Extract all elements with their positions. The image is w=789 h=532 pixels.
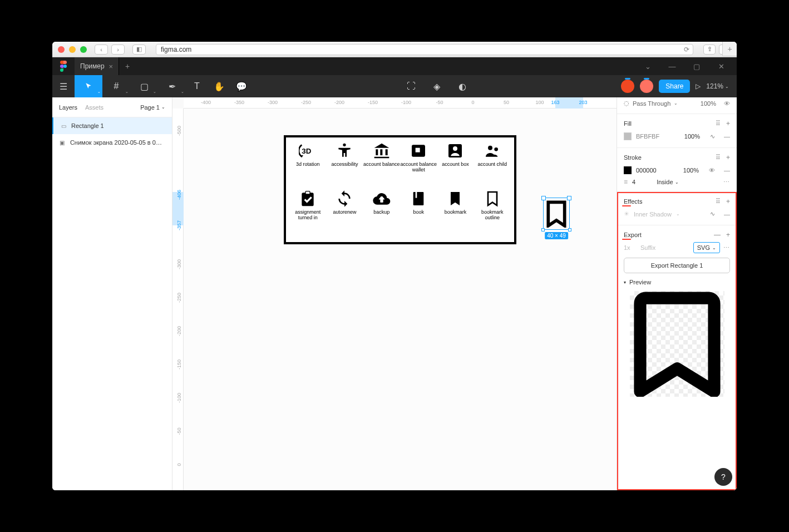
zoom-dropdown[interactable]: 121%⌄ <box>706 82 729 90</box>
close-window-dot[interactable] <box>58 46 65 53</box>
help-button[interactable]: ? <box>714 468 732 486</box>
style-icon[interactable]: ⠿ <box>716 154 721 161</box>
export-title: Export <box>624 231 642 238</box>
style-icon[interactable]: ⠿ <box>716 198 721 205</box>
svg-point-7 <box>488 146 492 150</box>
share-icon[interactable]: ⇪ <box>703 45 716 55</box>
close-tab-icon[interactable]: × <box>109 62 114 71</box>
collapse-export-icon[interactable]: — <box>714 231 721 239</box>
tab-title: Пример <box>80 62 105 70</box>
icon-cell: bookmark <box>437 190 474 238</box>
component-icon[interactable]: ◈ <box>426 75 448 97</box>
pages-dropdown[interactable]: Page 1⌄ <box>140 104 165 111</box>
layers-tab[interactable]: Layers <box>59 104 77 111</box>
share-button[interactable]: Share <box>659 80 690 93</box>
icon-cell: autorenew <box>326 190 363 238</box>
menu-button[interactable]: ☰ <box>52 75 75 97</box>
add-effect-icon[interactable]: + <box>726 198 730 205</box>
shape-tool[interactable]: ▢⌄ <box>130 75 158 97</box>
preview-toggle[interactable]: ▾ Preview <box>624 279 730 285</box>
left-panel: Layers Assets Page 1⌄ ▭ Rectangle 1 ▣ Сн… <box>52 97 172 490</box>
effect-visibility-icon[interactable]: ∿ <box>710 210 715 218</box>
move-tool[interactable]: ⌄ <box>75 75 102 97</box>
effect-settings-icon[interactable]: ☀ <box>624 210 629 218</box>
avatar-user-2[interactable] <box>640 80 653 93</box>
stroke-position[interactable]: Inside⌄ <box>657 179 678 185</box>
fill-opacity[interactable]: 100% <box>684 133 700 140</box>
layer-blend-section: ◌ Pass Through ⌄ 100% 👁 <box>617 97 737 114</box>
icon-cell: account child <box>474 142 511 190</box>
export-suffix[interactable]: Suffix <box>640 244 690 251</box>
fill-hex[interactable]: BFBFBF <box>636 133 659 140</box>
figma-window-controls: ⌄ — ▢ ✕ <box>640 57 737 75</box>
canvas-area: -400 -350 -300 -250 -200 -150 -100 -50 0… <box>172 97 617 490</box>
forward-button[interactable]: › <box>111 45 125 55</box>
close-icon[interactable]: ✕ <box>713 62 729 71</box>
add-stroke-icon[interactable]: + <box>726 154 730 161</box>
export-button[interactable]: Export Rectangle 1 <box>624 258 730 273</box>
mask-icon[interactable]: ◐ <box>451 75 474 97</box>
remove-stroke-icon[interactable]: — <box>724 167 730 174</box>
figma-logo-icon[interactable] <box>52 57 75 75</box>
text-tool[interactable]: T <box>186 75 208 97</box>
rectangle-icon: ▭ <box>60 122 67 129</box>
add-export-icon[interactable]: + <box>726 231 730 239</box>
style-icon[interactable]: ⠿ <box>716 120 721 127</box>
selection-dimensions: 40 × 49 <box>545 232 568 239</box>
minimize-window-dot[interactable] <box>69 46 76 53</box>
comment-tool[interactable]: 💬 <box>230 75 253 97</box>
stroke-opacity[interactable]: 100% <box>683 167 699 174</box>
layer-opacity[interactable]: 100% <box>701 100 716 107</box>
toolbar-center: ⛶ ◈ ◐ <box>400 75 474 97</box>
blend-mode[interactable]: Pass Through <box>633 100 670 107</box>
avatar-user-1[interactable] <box>621 80 634 93</box>
export-advanced-icon[interactable]: ⋯ <box>723 244 730 252</box>
assets-tab[interactable]: Assets <box>85 104 103 111</box>
selected-object[interactable]: 40 × 49 <box>543 198 570 230</box>
url-text: figma.com <box>161 46 191 53</box>
reload-icon[interactable]: ⟳ <box>684 46 689 53</box>
restore-icon[interactable]: ▢ <box>689 62 704 71</box>
new-tab-button[interactable]: + <box>722 42 737 56</box>
visibility-icon[interactable]: 👁 <box>724 100 730 107</box>
icon-cell: account box <box>437 142 474 190</box>
fill-title: Fill <box>624 120 632 127</box>
fill-swatch[interactable] <box>624 132 632 140</box>
export-format-dropdown[interactable]: SVG⌄ <box>693 242 720 253</box>
edit-object-icon[interactable]: ⛶ <box>400 75 422 97</box>
present-icon[interactable]: ▷ <box>696 82 701 90</box>
fill-visibility-icon[interactable]: ∿ <box>710 133 715 140</box>
icon-cell: accessibility <box>326 142 363 190</box>
document-tab[interactable]: Пример × <box>75 57 119 75</box>
svg-point-0 <box>63 65 67 68</box>
workspace: Layers Assets Page 1⌄ ▭ Rectangle 1 ▣ Сн… <box>52 97 737 490</box>
remove-effect-icon[interactable]: — <box>724 211 730 218</box>
export-scale[interactable]: 1x <box>624 244 637 251</box>
stroke-hex[interactable]: 000000 <box>636 167 657 174</box>
maximize-window-dot[interactable] <box>80 46 87 53</box>
add-fill-icon[interactable]: + <box>726 120 730 127</box>
hand-tool[interactable]: ✋ <box>208 75 230 97</box>
stroke-advanced-icon[interactable]: ⋯ <box>723 179 730 186</box>
chevron-down-icon[interactable]: ⌄ <box>640 62 655 71</box>
effect-type[interactable]: Inner Shadow <box>634 211 672 218</box>
layer-row[interactable]: ▣ Снимок экрана 2020-05-05 в 00.... <box>52 134 172 151</box>
sidebar-toggle[interactable]: ◧ <box>132 45 146 55</box>
canvas[interactable]: 3D3d rotation accessibility account bala… <box>184 109 617 490</box>
minimize-icon[interactable]: — <box>664 62 680 71</box>
frame-tool[interactable]: #⌄ <box>102 75 130 97</box>
browser-chrome: ‹ › ◧ figma.com ⟳ ⇪ ⧉ + <box>52 42 737 57</box>
stroke-swatch[interactable] <box>624 166 632 174</box>
stroke-visibility-icon[interactable]: 👁 <box>709 167 715 174</box>
effects-section: Effects ⠿+ ☀ Inner Shadow ⌄ ∿ — <box>617 192 737 225</box>
back-button[interactable]: ‹ <box>95 45 108 55</box>
new-figma-tab[interactable]: + <box>119 57 136 75</box>
icon-cell: backup <box>363 190 400 238</box>
url-bar[interactable]: figma.com ⟳ <box>156 44 693 55</box>
svg-rect-9 <box>302 193 313 206</box>
remove-fill-icon[interactable]: — <box>724 133 730 140</box>
stroke-weight[interactable]: 4 <box>632 179 635 185</box>
layer-row-selected[interactable]: ▭ Rectangle 1 <box>52 117 172 134</box>
fill-section: Fill ⠿+ BFBFBF 100% ∿ — <box>617 114 737 148</box>
pen-tool[interactable]: ✒⌄ <box>158 75 186 97</box>
